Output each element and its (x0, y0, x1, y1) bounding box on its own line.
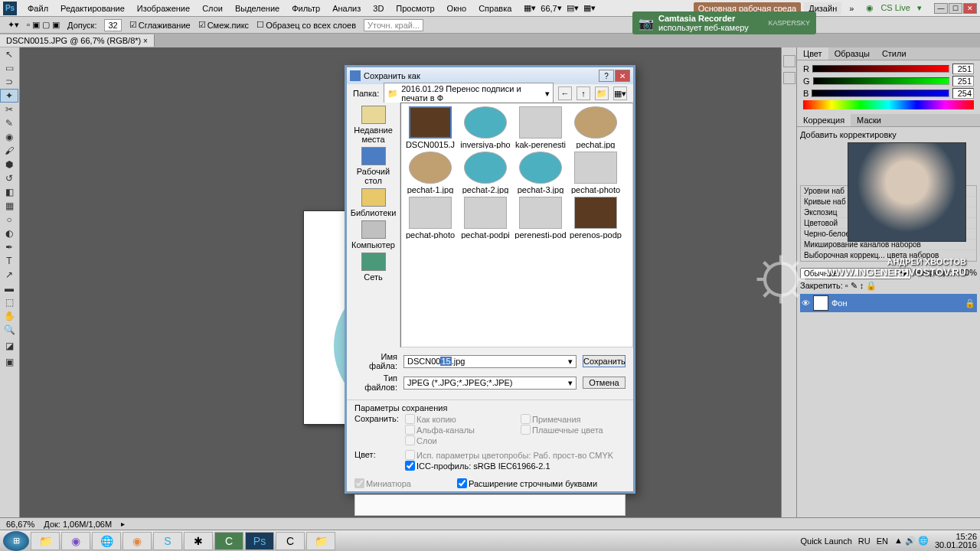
menu-window[interactable]: Окно (441, 2, 473, 15)
color-swatch[interactable]: ◪ (0, 337, 18, 355)
masks-tab[interactable]: Маски (851, 114, 887, 126)
minimize-button[interactable]: — (934, 3, 948, 14)
r-slider[interactable] (812, 65, 949, 73)
stamp-tool[interactable]: ⬢ (0, 158, 18, 171)
file-item[interactable]: perenos-podpisi... (570, 197, 622, 239)
folder-dropdown[interactable]: 📁 2016.01.29 Перенос подписи и печати в … (384, 83, 554, 104)
styles-tab[interactable]: Стили (876, 47, 913, 60)
file-item[interactable]: pechat.jpg (570, 106, 622, 148)
file-item[interactable]: pechat-podpis-... (459, 197, 511, 239)
magic-wand-tool[interactable]: ✦ (0, 89, 18, 103)
3d-tool[interactable]: ⬚ (0, 295, 18, 309)
zoom-status[interactable]: 66,67% (6, 520, 34, 529)
lang-ru[interactable]: RU (858, 536, 871, 546)
history-brush-tool[interactable]: ↺ (0, 171, 18, 185)
menu-3d[interactable]: 3D (367, 2, 390, 15)
quickmask-tool[interactable]: ▣ (0, 355, 18, 369)
close-button[interactable]: ✕ (963, 3, 977, 14)
up-button[interactable]: ↑ (577, 86, 590, 100)
contiguous-checkbox[interactable]: ☑ Смеж.пикс (198, 20, 249, 30)
tray-icons[interactable]: ▲ 🔊 🌐 (894, 536, 929, 546)
menu-layer[interactable]: Слои (196, 2, 229, 15)
pen-tool[interactable]: ✒ (0, 240, 18, 254)
color-tab[interactable]: Цвет (797, 47, 828, 60)
start-button[interactable]: ⊞ (3, 531, 29, 551)
zoom-tool[interactable]: 🔍 (0, 323, 18, 337)
menu-help[interactable]: Справка (472, 2, 518, 15)
file-item[interactable]: pechat-photosh... (570, 152, 622, 194)
b-value[interactable]: 254 (952, 88, 974, 99)
menu-image[interactable]: Изображение (131, 2, 196, 15)
menu-file[interactable]: Файл (21, 2, 54, 15)
computer-place[interactable]: Компьютер (349, 220, 398, 249)
libraries-place[interactable]: Библиотеки (349, 188, 398, 217)
skype-taskbtn[interactable]: S (153, 532, 182, 550)
dialog-titlebar[interactable]: Сохранить как ? ✕ (347, 67, 633, 84)
g-value[interactable]: 251 (952, 76, 974, 86)
swatches-tab[interactable]: Образцы (828, 47, 876, 60)
blur-tool[interactable]: ○ (0, 213, 18, 227)
file-item[interactable]: inversiya-photo... (459, 106, 511, 148)
app-taskbtn[interactable]: ✱ (184, 532, 213, 550)
app-taskbtn[interactable]: C (276, 532, 305, 550)
file-list[interactable]: DSCN0015.JPG inversiya-photo... kak-pere… (400, 103, 633, 347)
g-slider[interactable] (813, 77, 949, 85)
photoshop-taskbtn[interactable]: Ps (245, 532, 274, 550)
file-item[interactable]: pechat-2.jpg (459, 152, 511, 194)
eyedropper-tool[interactable]: ✎ (0, 116, 18, 130)
file-item[interactable]: kak-perenesti-p... (514, 106, 567, 148)
file-item[interactable]: perenesti-podpi... (514, 197, 567, 239)
camtasia-taskbtn[interactable]: C (214, 532, 243, 550)
path-tool[interactable]: ↗ (0, 268, 18, 282)
zoom-value[interactable]: 66,7 (541, 4, 557, 13)
recent-places[interactable]: Недавние места (349, 106, 398, 144)
refine-edge-button[interactable]: Уточн. край... (364, 19, 423, 31)
file-item[interactable]: pechat-photosh... (404, 197, 456, 239)
b-slider[interactable] (812, 90, 949, 97)
r-value[interactable]: 251 (952, 64, 974, 74)
gradient-tool[interactable]: ▦ (0, 199, 18, 213)
clock[interactable]: 15:26 30.01.2016 (935, 533, 977, 549)
filetype-select[interactable]: JPEG (*.JPG;*.JPEG;*.JPE) ▾ (403, 377, 577, 390)
move-tool[interactable]: ↖ (0, 47, 18, 61)
menu-select[interactable]: Выделение (229, 2, 286, 15)
save-button[interactable]: Сохранить (583, 355, 626, 367)
more-icon[interactable]: » (844, 2, 858, 15)
all-layers-checkbox[interactable]: ☐ Образец со всех слоев (256, 20, 356, 30)
desktop-place[interactable]: Рабочий стол (349, 147, 398, 185)
marquee-tool[interactable]: ▭ (0, 61, 18, 75)
maximize-button[interactable]: ☐ (949, 3, 962, 14)
panel-icon[interactable] (783, 55, 795, 67)
antialias-checkbox[interactable]: ☑ Сглаживание (129, 20, 191, 30)
eraser-tool[interactable]: ◧ (0, 185, 18, 199)
explorer-taskbtn[interactable]: 📁 (31, 532, 60, 550)
file-item[interactable]: pechat-1.jpg (404, 152, 456, 194)
lowercase-ext-checkbox[interactable]: Расширение строчными буквами (457, 478, 597, 488)
document-tab[interactable]: DSCN0015.JPG @ 66,7% (RGB/8*) × (0, 34, 155, 47)
folder-taskbtn[interactable]: 📁 (306, 532, 335, 550)
dialog-help-button[interactable]: ? (599, 70, 614, 82)
quick-launch[interactable]: Quick Launch (801, 536, 852, 546)
menu-edit[interactable]: Редактирование (54, 2, 131, 15)
menu-view[interactable]: Просмотр (390, 2, 440, 15)
network-place[interactable]: Сеть (349, 253, 398, 282)
viber-taskbtn[interactable]: ◉ (61, 532, 90, 550)
new-folder-button[interactable]: 📁 (595, 86, 609, 100)
dialog-close-button[interactable]: ✕ (615, 70, 630, 82)
filename-input[interactable]: DSCN0015.jpg ▾ (403, 355, 577, 368)
file-item[interactable]: pechat-3.jpg (514, 152, 567, 194)
chrome-taskbtn[interactable]: ◉ (122, 532, 152, 550)
shape-tool[interactable]: ▬ (0, 282, 18, 295)
cancel-button[interactable]: Отмена (583, 377, 626, 389)
icc-checkbox[interactable]: ICC-профиль: sRGB IEC61966-2.1 (405, 461, 613, 471)
as-copy-checkbox[interactable]: Как копию (405, 414, 475, 424)
back-button[interactable]: ← (558, 86, 572, 100)
menu-analysis[interactable]: Анализ (326, 2, 367, 15)
heal-tool[interactable]: ◉ (0, 130, 18, 144)
file-item[interactable]: DSCN0015.JPG (404, 106, 456, 148)
view-button[interactable]: ▦▾ (613, 86, 627, 100)
tolerance-input[interactable]: 32 (104, 19, 121, 31)
brush-tool[interactable]: 🖌 (0, 144, 18, 158)
lasso-tool[interactable]: ⊃ (0, 75, 18, 89)
cslive-btn[interactable]: ◉ CS Live ▾ (861, 2, 926, 15)
